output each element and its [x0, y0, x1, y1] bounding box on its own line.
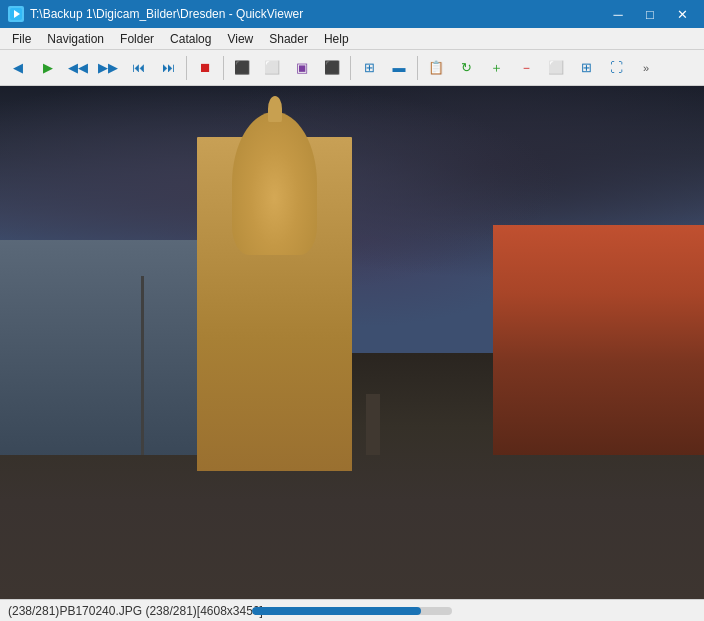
toolbar-btn-last[interactable]: ⏭	[154, 54, 182, 82]
toolbar-separator-13	[417, 56, 418, 80]
status-filename: PB170240.JPG (238/281)[4608x3456]	[59, 604, 262, 618]
toolbar-btn-zoom-in[interactable]: ＋	[482, 54, 510, 82]
toolbar-btn-info[interactable]: 📋	[422, 54, 450, 82]
status-bar: (238/281) PB170240.JPG (238/281)[4608x34…	[0, 599, 704, 621]
statue	[366, 394, 380, 456]
toolbar-btn-play[interactable]: ▶	[34, 54, 62, 82]
minimize-button[interactable]: ─	[604, 4, 632, 24]
toolbar-btn-stop[interactable]: ⏹	[191, 54, 219, 82]
toolbar-btn-prev-page[interactable]: ◀	[4, 54, 32, 82]
toolbar-btn-forward[interactable]: ▶▶	[94, 54, 122, 82]
title-bar: T:\Backup 1\Digicam_Bilder\Dresden - Qui…	[0, 0, 704, 28]
close-button[interactable]: ✕	[668, 4, 696, 24]
toolbar-separator-6	[186, 56, 187, 80]
image-area	[0, 86, 704, 599]
toolbar-btn-thumbnail[interactable]: ⊞	[355, 54, 383, 82]
status-bar-inner: (238/281) PB170240.JPG (238/281)[4608x34…	[8, 604, 696, 618]
toolbar-separator-11	[350, 56, 351, 80]
toolbar-btn-window-fit[interactable]: ▣	[288, 54, 316, 82]
toolbar-btn-page-fit[interactable]: ⬜	[258, 54, 286, 82]
lamp-post	[141, 276, 145, 456]
toolbar-btn-fullscreen[interactable]: ⬛	[318, 54, 346, 82]
menu-item-file[interactable]: File	[4, 28, 39, 49]
menu-item-catalog[interactable]: Catalog	[162, 28, 219, 49]
progress-area	[252, 607, 452, 615]
menu-item-help[interactable]: Help	[316, 28, 357, 49]
toolbar-btn-dual-page[interactable]: ⬛	[228, 54, 256, 82]
menu-item-shader[interactable]: Shader	[261, 28, 316, 49]
toolbar-btn-zoom-out[interactable]: －	[512, 54, 540, 82]
maximize-button[interactable]: □	[636, 4, 664, 24]
title-bar-left: T:\Backup 1\Digicam_Bilder\Dresden - Qui…	[8, 6, 303, 22]
toolbar-btn-grid[interactable]: ⊞	[572, 54, 600, 82]
window-title: T:\Backup 1\Digicam_Bilder\Dresden - Qui…	[30, 7, 303, 21]
toolbar: ◀▶◀◀▶▶⏮⏭⏹⬛⬜▣⬛⊞▬📋↻＋－⬜⊞⛶»	[0, 50, 704, 86]
toolbar-btn-rewind[interactable]: ◀◀	[64, 54, 92, 82]
toolbar-more-button[interactable]: »	[632, 54, 660, 82]
toolbar-btn-first[interactable]: ⏮	[124, 54, 152, 82]
status-position: (238/281)	[8, 604, 59, 618]
app-icon	[8, 6, 24, 22]
right-buildings	[493, 225, 704, 456]
toolbar-btn-panel[interactable]: ▬	[385, 54, 413, 82]
toolbar-btn-fit-width[interactable]: ⬜	[542, 54, 570, 82]
menu-item-navigation[interactable]: Navigation	[39, 28, 112, 49]
church-dome	[232, 112, 316, 256]
dome-lantern	[268, 96, 282, 122]
progress-bar-fill	[252, 607, 421, 615]
toolbar-btn-refresh[interactable]: ↻	[452, 54, 480, 82]
menu-bar: FileNavigationFolderCatalogViewShaderHel…	[0, 28, 704, 50]
menu-item-folder[interactable]: Folder	[112, 28, 162, 49]
window-controls: ─ □ ✕	[604, 4, 696, 24]
toolbar-separator-7	[223, 56, 224, 80]
menu-item-view[interactable]: View	[219, 28, 261, 49]
toolbar-btn-expand[interactable]: ⛶	[602, 54, 630, 82]
left-buildings	[0, 240, 197, 455]
progress-bar-container[interactable]	[252, 607, 452, 615]
image-canvas	[0, 86, 704, 599]
